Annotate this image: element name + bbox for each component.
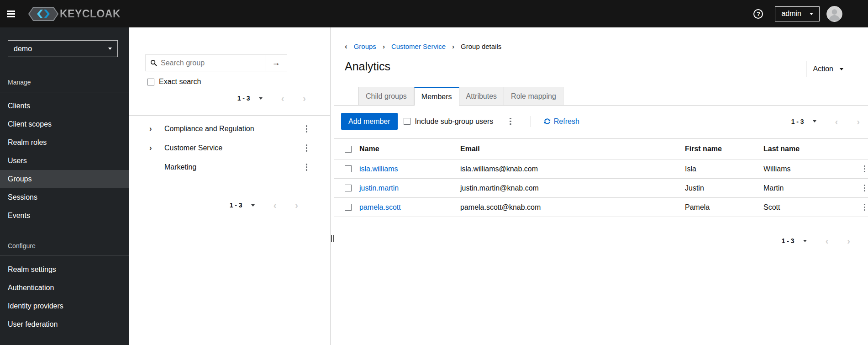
sidebar-item-realm-settings[interactable]: Realm settings [0,260,129,279]
breadcrumb: ‹ Groups › Customer Service › Group deta… [334,27,868,50]
search-group-input[interactable] [146,55,265,71]
toolbar-kebab-menu-button[interactable] [507,119,514,124]
caret-down-icon [810,13,813,15]
row-checkbox[interactable] [345,185,352,191]
member-email: justin.martin@knab.com [460,184,685,192]
per-page-caret-icon[interactable] [251,204,255,207]
next-page-button[interactable]: › [295,201,298,210]
group-tree-panel: → Exact search 1 - 3 ‹ › › Compliance an… [129,27,330,345]
search-submit-button[interactable]: → [265,54,287,71]
tree-pagination-bottom: 1 - 3 ‹ › [129,200,330,211]
expand-chevron-icon[interactable]: › [149,143,157,153]
breadcrumb-back-icon[interactable]: ‹ [345,42,347,50]
sidebar-item-users[interactable]: Users [0,152,129,170]
prev-page-button[interactable]: ‹ [281,94,284,103]
keycloak-logo[interactable]: KEYCLOAK [28,7,121,21]
chevron-right-icon: › [452,43,454,50]
row-kebab-menu-button[interactable] [861,205,868,210]
breadcrumb-current: Group details [461,42,501,50]
pagination-range: 1 - 3 [791,118,804,125]
breadcrumb-link-customer-service[interactable]: Customer Service [391,42,446,50]
member-first-name: Isla [685,165,763,173]
sidebar-item-identity-providers[interactable]: Identity providers [0,297,129,315]
tree-item-marketing[interactable]: Marketing [129,158,330,177]
exact-search-option: Exact search [147,78,330,86]
members-toolbar: Add member Include sub-group users Refre… [334,113,868,130]
member-link[interactable]: isla.williams [359,165,398,173]
drag-handle-icon[interactable] [331,235,332,242]
tree-item-compliance-and-regulation[interactable]: › Compliance and Regulation [129,119,330,138]
next-page-button[interactable]: › [857,117,860,126]
next-page-button[interactable]: › [847,236,850,245]
column-header-name: Name [359,145,460,153]
pagination-range: 1 - 3 [782,237,794,244]
member-link[interactable]: justin.martin [359,184,399,192]
exact-search-checkbox[interactable] [147,79,154,85]
sidebar-item-groups[interactable]: Groups [0,170,129,188]
tree-pagination-top: 1 - 3 ‹ › [129,93,330,104]
tab-attributes[interactable]: Attributes [459,87,505,105]
masthead: KEYCLOAK ? admin [0,0,868,27]
sidebar-item-client-scopes[interactable]: Client scopes [0,115,129,133]
help-icon[interactable]: ? [753,9,763,19]
nav-toggle-icon[interactable] [7,9,15,19]
sidebar-item-realm-roles[interactable]: Realm roles [0,133,129,152]
kebab-menu-button[interactable] [303,145,310,151]
breadcrumb-link-groups[interactable]: Groups [354,42,376,50]
brand-text: KEYCLOAK [60,8,121,20]
user-menu-label: admin [781,10,801,18]
table-row: isla.williams isla.williams@knab.com Isl… [334,159,868,179]
member-last-name: Williams [763,165,849,173]
row-kebab-menu-button[interactable] [861,166,868,172]
members-pagination-bottom: 1 - 3 ‹ › [334,235,868,246]
refresh-button[interactable]: Refresh [544,117,579,126]
panel-resize-splitter[interactable] [330,27,334,345]
tree-item-customer-service[interactable]: › Customer Service [129,138,330,158]
prev-page-button[interactable]: ‹ [274,201,277,210]
column-header-first-name: First name [685,145,763,153]
sidebar-item-sessions[interactable]: Sessions [0,188,129,207]
next-page-button[interactable]: › [303,94,306,103]
action-dropdown-button[interactable]: Action [806,61,850,77]
member-link[interactable]: pamela.scott [359,203,401,211]
sidebar-item-events[interactable]: Events [0,207,129,225]
nav-manage-list: Clients Client scopes Realm roles Users … [0,92,129,225]
tab-role-mapping[interactable]: Role mapping [504,87,563,105]
nav-section-manage: Manage [0,72,129,92]
prev-page-button[interactable]: ‹ [835,117,838,126]
table-row: justin.martin justin.martin@knab.com Jus… [334,179,868,198]
column-header-last-name: Last name [763,145,849,153]
prev-page-button[interactable]: ‹ [826,236,829,245]
tab-members[interactable]: Members [414,87,459,106]
members-table: Name Email First name Last name isla.wil… [334,138,868,217]
sidebar-item-authentication[interactable]: Authentication [0,279,129,297]
nav-configure-list: Realm settings Authentication Identity p… [0,256,129,334]
row-checkbox[interactable] [345,165,352,172]
row-kebab-menu-button[interactable] [861,186,868,191]
add-member-button[interactable]: Add member [341,113,398,130]
include-subgroups-label: Include sub-group users [415,117,494,126]
kebab-menu-button[interactable] [303,126,310,132]
members-pagination-top: 1 - 3 ‹ › [791,116,860,127]
include-subgroups-option: Include sub-group users [404,117,494,126]
column-header-email: Email [460,145,685,153]
pagination-range: 1 - 3 [237,95,250,102]
tab-child-groups[interactable]: Child groups [358,87,414,105]
sidebar-item-clients[interactable]: Clients [0,97,129,115]
realm-selector[interactable]: demo [8,40,118,57]
avatar[interactable] [826,6,842,22]
member-first-name: Justin [685,184,763,192]
per-page-caret-icon[interactable] [259,97,263,100]
sidebar-item-user-federation[interactable]: User federation [0,315,129,334]
per-page-caret-icon[interactable] [813,120,816,122]
include-subgroups-checkbox[interactable] [404,118,410,125]
refresh-icon [544,118,551,125]
chevron-right-icon: › [383,43,385,50]
kebab-menu-button[interactable] [303,165,310,170]
select-all-checkbox[interactable] [345,146,352,153]
user-menu-dropdown[interactable]: admin [775,6,820,21]
per-page-caret-icon[interactable] [803,240,807,242]
row-checkbox[interactable] [345,204,352,211]
expand-chevron-icon[interactable]: › [149,124,157,133]
group-search-bar: → [145,54,330,71]
